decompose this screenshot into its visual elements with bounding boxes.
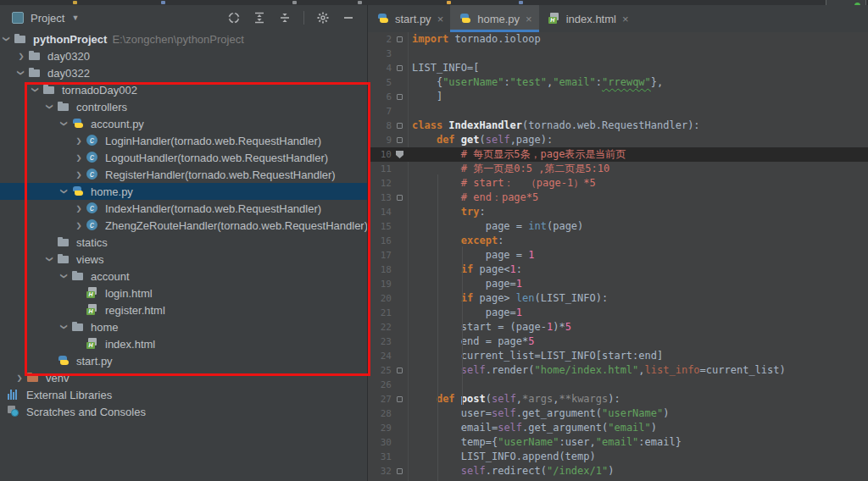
fold-column: [392, 176, 408, 191]
chevron-collapsed-icon[interactable]: ❯: [72, 154, 86, 162]
settings-gear-icon[interactable]: [316, 11, 330, 25]
code-line[interactable]: 11 # 第一页是0:5 ,第二页是5:10: [368, 162, 868, 176]
fold-marker-icon[interactable]: [392, 191, 408, 205]
fold-marker-icon[interactable]: [392, 32, 408, 47]
tree-item-login-html[interactable]: Hlogin.html: [0, 285, 367, 301]
code-line[interactable]: 26: [368, 378, 868, 392]
tree-item-account-py[interactable]: ❯account.py: [0, 115, 367, 132]
chevron-expanded-icon[interactable]: ❯: [61, 185, 69, 198]
chevron-collapsed-icon[interactable]: ❯: [72, 222, 86, 229]
code-line[interactable]: 20 if page> len(LIST_INFO):: [368, 291, 868, 306]
chevron-expanded-icon[interactable]: ❯: [3, 32, 11, 46]
code-line[interactable]: 22 start = (page-1)*5: [368, 320, 868, 334]
tree-item-home-py[interactable]: ❯home.py: [0, 183, 367, 200]
chevron-expanded-icon[interactable]: ❯: [47, 252, 54, 266]
tree-item-account[interactable]: ❯account: [0, 268, 367, 285]
tree-item-home[interactable]: ❯home: [0, 318, 367, 335]
tree-item-start-py[interactable]: start.py: [0, 352, 367, 369]
folder-icon: [71, 269, 86, 283]
code-line[interactable]: 18 if page<1:: [368, 263, 868, 277]
tree-item-scratches-and-consoles[interactable]: Scratches and Consoles: [0, 403, 367, 420]
close-tab-icon[interactable]: ×: [526, 13, 532, 25]
tree-item-day0322[interactable]: ❯day0322: [0, 64, 367, 81]
code-line[interactable]: 31 LIST_INFO.append(temp): [368, 450, 868, 464]
expand-all-icon[interactable]: [253, 11, 266, 25]
code-line[interactable]: 23 end = page*5: [368, 334, 868, 349]
editor-area[interactable]: start.py×home.py×Hindex.html× 2import to…: [368, 5, 868, 481]
tree-item-controllers[interactable]: ❯controllers: [0, 98, 367, 115]
code-line[interactable]: 13 # end：page*5: [368, 191, 868, 205]
code-line[interactable]: 15 page = int(page): [368, 219, 868, 234]
tree-item-external-libraries[interactable]: External Libraries: [0, 386, 367, 403]
code-line[interactable]: 2import tornado.ioloop: [368, 32, 868, 47]
code-line[interactable]: 27 def post(self,*args,**kwargs):: [368, 392, 868, 406]
tab-label: index.html: [566, 13, 616, 25]
tree-item-tornadoday002[interactable]: ❯tornadoDay002: [0, 81, 367, 98]
tree-item-loginhandler-tornado-web-requesthandler[interactable]: ❯cLoginHandler(tornado.web.RequestHandle…: [0, 132, 367, 149]
tree-item-indexhandler-tornado-web-requesthandler[interactable]: ❯cIndexHandler(tornado.web.RequestHandle…: [0, 200, 367, 217]
fold-marker-icon[interactable]: [392, 133, 408, 147]
tree-item-registerhandler-tornado-web-requesthandl[interactable]: ❯cRegisterHandler(tornado.web.RequestHan…: [0, 166, 367, 183]
fold-column: [392, 248, 408, 263]
tree-item-zhengzeroutehandler-tornado-web-requesth[interactable]: ❯cZhengZeRouteHandler(tornado.web.Reques…: [0, 217, 367, 234]
locate-icon[interactable]: [227, 11, 241, 25]
code-line[interactable]: 12 # start： （page-1）*5: [368, 176, 868, 191]
chevron-expanded-icon[interactable]: ❯: [61, 320, 69, 334]
code-line[interactable]: 19 page=1: [368, 277, 868, 291]
code-line[interactable]: 16 except:: [368, 234, 868, 248]
tree-item-views[interactable]: ❯views: [0, 251, 367, 268]
chevron-down-icon[interactable]: ▼: [71, 14, 79, 22]
code-line[interactable]: 25 self.render("home/index.html",list_in…: [368, 363, 868, 378]
code-line[interactable]: 29 email=self.get_argument("email"): [368, 421, 868, 435]
close-tab-icon[interactable]: ×: [622, 13, 629, 25]
code-line[interactable]: 6 ]: [368, 90, 868, 104]
code-line[interactable]: 24 current_list=LIST_INFO[start:end]: [368, 349, 868, 363]
fold-marker-icon[interactable]: [392, 464, 408, 478]
code-line[interactable]: 17 page = 1: [368, 248, 868, 263]
code-line[interactable]: 8class IndexHandler(tornado.web.RequestH…: [368, 119, 868, 133]
code-area[interactable]: 2import tornado.ioloop34LIST_INFO=[5 {"u…: [368, 32, 868, 478]
chevron-expanded-icon[interactable]: ❯: [18, 66, 25, 80]
tree-item-venv[interactable]: ❯venv: [0, 369, 367, 386]
chevron-expanded-icon[interactable]: ❯: [61, 117, 69, 130]
tree-item-index-html[interactable]: Hindex.html: [0, 335, 367, 352]
chevron-expanded-icon[interactable]: ❯: [32, 83, 40, 97]
code-line[interactable]: 9 def get(self,page):: [368, 133, 868, 147]
chevron-collapsed-icon[interactable]: ❯: [13, 374, 26, 382]
code-line[interactable]: 4LIST_INFO=[: [368, 61, 868, 75]
tree-item-register-html[interactable]: Hregister.html: [0, 301, 367, 318]
tree-item-statics[interactable]: statics: [0, 234, 367, 251]
code-line[interactable]: 28 user=self.get_argument("userName"): [368, 406, 868, 421]
chevron-expanded-icon[interactable]: ❯: [61, 269, 69, 283]
code-line[interactable]: 14 try:: [368, 205, 868, 219]
chevron-collapsed-icon[interactable]: ❯: [72, 205, 86, 213]
tab-start-py[interactable]: start.py×: [368, 5, 450, 32]
code-line[interactable]: 21 page=1: [368, 306, 868, 320]
hide-panel-icon[interactable]: [342, 11, 355, 25]
tree-item-day0320[interactable]: ❯day0320: [0, 47, 367, 64]
fold-marker-icon[interactable]: [392, 119, 408, 133]
fold-marker-icon[interactable]: [392, 392, 408, 406]
code-line[interactable]: 5 {"userName":"test","email":"rrewqw"},: [368, 75, 868, 90]
code-line[interactable]: 3: [368, 47, 868, 61]
chevron-expanded-icon[interactable]: ❯: [47, 100, 54, 113]
tree-item-logouthandler-tornado-web-requesthandler[interactable]: ❯cLogoutHandler(tornado.web.RequestHandl…: [0, 149, 367, 166]
code-line[interactable]: 32 self.redirect("/index/1"): [368, 464, 868, 478]
fold-marker-icon[interactable]: [392, 90, 408, 104]
chevron-collapsed-icon[interactable]: ❯: [14, 53, 28, 60]
chevron-collapsed-icon[interactable]: ❯: [72, 171, 86, 179]
fold-marker-icon[interactable]: [392, 147, 408, 162]
chevron-collapsed-icon[interactable]: ❯: [72, 137, 86, 145]
tab-index-html[interactable]: Hindex.html×: [539, 5, 636, 32]
code-line[interactable]: 30 temp={"userName":user,"email":email}: [368, 435, 868, 450]
close-tab-icon[interactable]: ×: [437, 13, 444, 25]
collapse-all-icon[interactable]: [278, 11, 292, 25]
project-panel-title[interactable]: Project: [31, 12, 64, 25]
fold-marker-icon[interactable]: [392, 61, 408, 75]
tree-item-pythonproject[interactable]: ❯pythonProjectE:\zongchen\pythonProject: [0, 30, 367, 47]
code-line[interactable]: 7: [368, 104, 868, 119]
code-line[interactable]: 10 # 每页显示5条，page表示是当前页: [368, 147, 868, 162]
tab-home-py[interactable]: home.py×: [450, 5, 538, 32]
tree-item-label: statics: [76, 236, 108, 249]
fold-marker-icon[interactable]: [392, 363, 408, 378]
